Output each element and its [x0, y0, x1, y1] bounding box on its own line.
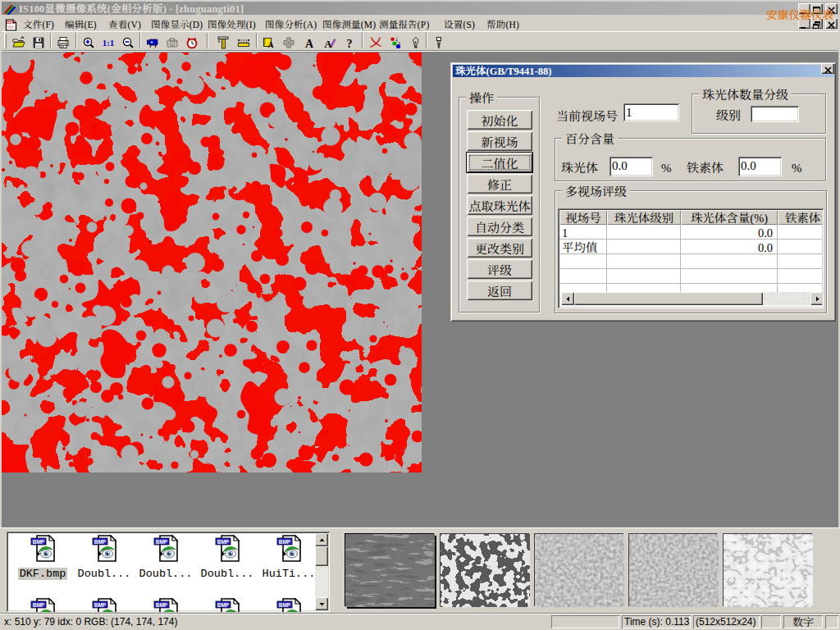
svg-text:?: ?: [346, 38, 352, 50]
menu-image-analysis[interactable]: 图像分析(A): [265, 17, 317, 31]
menu-image-measure[interactable]: 图像测量(M): [322, 17, 376, 31]
toolbar-button-zoom-out[interactable]: [118, 32, 137, 50]
dialog-button-6[interactable]: 更改类别: [467, 238, 532, 258]
menu-measure-report[interactable]: 测量报告(P): [379, 17, 429, 31]
title-bar[interactable]: IS100显微摄像系统(金相分析版) - [zhuguangti01]: [2, 2, 838, 15]
flake-micrograph-thumbnail[interactable]: [723, 533, 812, 606]
table-row: [559, 254, 822, 269]
file-item[interactable]: BMP: [258, 597, 319, 612]
scroll-right-button[interactable]: [810, 292, 822, 305]
toolbar-button-timer[interactable]: [182, 32, 201, 50]
zoom-in-icon: [82, 34, 95, 48]
dialog-close-button[interactable]: [821, 63, 834, 74]
file-name: Doubl...: [76, 568, 133, 580]
grade-group: 珠光体数量分级 级别: [692, 94, 826, 134]
fine-micrograph-thumbnail[interactable]: [534, 533, 623, 606]
file-item[interactable]: BMP: [74, 597, 135, 612]
toolbar-button-open-folder[interactable]: [9, 32, 28, 50]
toolbar-button-save[interactable]: [29, 32, 48, 50]
file-item[interactable]: BMPDoubl...: [135, 534, 196, 581]
nodular-micrograph-thumbnail[interactable]: [440, 533, 529, 606]
table-header-cell[interactable]: 珠光体含量(%): [681, 210, 778, 225]
toolbar-button-help[interactable]: ?: [340, 32, 358, 50]
table-row[interactable]: 平均值0.0: [559, 240, 822, 254]
dialog-button-2[interactable]: 二值化: [467, 153, 532, 172]
menu-edit[interactable]: 编辑(E): [65, 17, 97, 31]
ferrite-input[interactable]: 0.0: [738, 157, 782, 176]
file-list-scrollbar[interactable]: [315, 533, 328, 610]
scrollbar-thumb[interactable]: [315, 546, 328, 566]
toolbar-button-video-capture[interactable]: [143, 32, 162, 50]
dialog-button-7[interactable]: 评级: [467, 259, 532, 279]
table-cell: [778, 269, 822, 284]
svg-text:DOC: DOC: [7, 21, 16, 25]
table-header-cell[interactable]: 视场号: [559, 210, 607, 225]
svg-text:BMP: BMP: [33, 539, 45, 545]
dialog-button-0[interactable]: 初始化: [467, 110, 532, 130]
fine-micrograph-thumbnail-2[interactable]: [628, 533, 718, 606]
menu-view[interactable]: 查看(V): [108, 17, 141, 31]
toolbar-button-classify[interactable]: 13: [386, 32, 404, 50]
scroll-down-button[interactable]: [315, 597, 328, 610]
table-cell: [607, 269, 681, 284]
file-list[interactable]: BMPDKF.bmpBMPDoubl...BMPDoubl...BMPDoubl…: [7, 532, 330, 612]
toolbar-button-zoom-in[interactable]: [79, 32, 98, 50]
svg-text:BMP: BMP: [279, 602, 291, 608]
dialog-title-bar[interactable]: 珠光体(GB/T9441-88): [453, 65, 833, 77]
table-cell: [778, 240, 822, 254]
file-item[interactable]: BMP: [135, 597, 196, 612]
toolbar-button-curve-tool[interactable]: [366, 32, 385, 50]
camera-capture-icon: [166, 34, 179, 48]
toolbar-button-actual-size[interactable]: 1:1: [98, 32, 117, 50]
file-item[interactable]: BMPDoubl...: [74, 534, 135, 581]
toolbar-button-ruler[interactable]: [234, 32, 253, 50]
multiview-table[interactable]: 视场号珠光体级别珠光体含量(%)铁素体含量(%) 10.0平均值0.0: [558, 208, 824, 308]
dialog-button-3[interactable]: 修正: [467, 174, 532, 194]
table-cell: 0.0: [681, 225, 778, 240]
menu-image-display[interactable]: 图像显示(D): [151, 17, 203, 31]
toolbar-button-edit-text[interactable]: A: [320, 32, 339, 50]
table-row[interactable]: 10.0: [559, 225, 822, 240]
file-item[interactable]: BMPHuiTi...: [258, 534, 319, 581]
toolbar-button-caliper[interactable]: [213, 32, 232, 50]
dialog-button-5[interactable]: 自动分类: [467, 217, 532, 236]
menu-help[interactable]: 帮助(H): [486, 17, 519, 31]
toolbar-separator: [207, 33, 208, 48]
table-header-cell[interactable]: 珠光体级别: [607, 210, 681, 225]
status-mode: 数字: [783, 615, 823, 628]
text-icon: A: [303, 34, 316, 48]
dialog-button-4[interactable]: 点取珠光体: [467, 195, 532, 215]
menu-file[interactable]: 文件(F): [23, 17, 54, 31]
file-item[interactable]: BMP: [197, 597, 258, 612]
level-input[interactable]: [751, 106, 799, 122]
toolbar-button-merge[interactable]: [279, 32, 298, 50]
toolbar-button-pen[interactable]: [406, 32, 425, 50]
merge-icon: [282, 34, 295, 48]
dialog-button-1[interactable]: 新视场: [467, 131, 532, 151]
file-item[interactable]: BMPDoubl...: [197, 534, 258, 581]
toolbar-button-camera-capture[interactable]: [162, 32, 181, 50]
table-cell: [681, 269, 778, 284]
dialog-button-8[interactable]: 返回: [467, 281, 532, 300]
toolbar-button-brush[interactable]: [429, 32, 448, 50]
toolbar-button-print[interactable]: [53, 32, 72, 50]
toolbar-button-text[interactable]: A: [299, 32, 318, 50]
toolbar-button-measure-label[interactable]: A: [259, 32, 278, 50]
toolbar-separator: [362, 33, 363, 48]
micrograph-image[interactable]: [2, 52, 422, 472]
pearlite-input[interactable]: 0.0: [609, 157, 653, 176]
menu-image-processing[interactable]: 图像处理(I): [208, 17, 256, 31]
svg-text:BMP: BMP: [156, 539, 168, 545]
scroll-left-button[interactable]: [561, 292, 574, 305]
toolbar-separator: [256, 33, 258, 48]
menu-settings[interactable]: 设置(S): [444, 17, 475, 31]
scroll-up-button[interactable]: [315, 533, 328, 546]
scrollbar-thumb[interactable]: [574, 292, 763, 305]
table-horizontal-scrollbar[interactable]: [561, 292, 822, 305]
table-header-cell[interactable]: 铁素体含量(%): [778, 210, 822, 225]
file-item[interactable]: BMP: [12, 597, 73, 612]
banded-micrograph-thumbnail[interactable]: [345, 533, 434, 606]
file-item[interactable]: BMPDKF.bmp: [12, 534, 73, 581]
current-view-input[interactable]: 1: [623, 103, 679, 121]
pearlite-dialog[interactable]: 珠光体(GB/T9441-88) 操作 初始化新视场二值化修正点取珠光体自动分类…: [450, 62, 836, 322]
